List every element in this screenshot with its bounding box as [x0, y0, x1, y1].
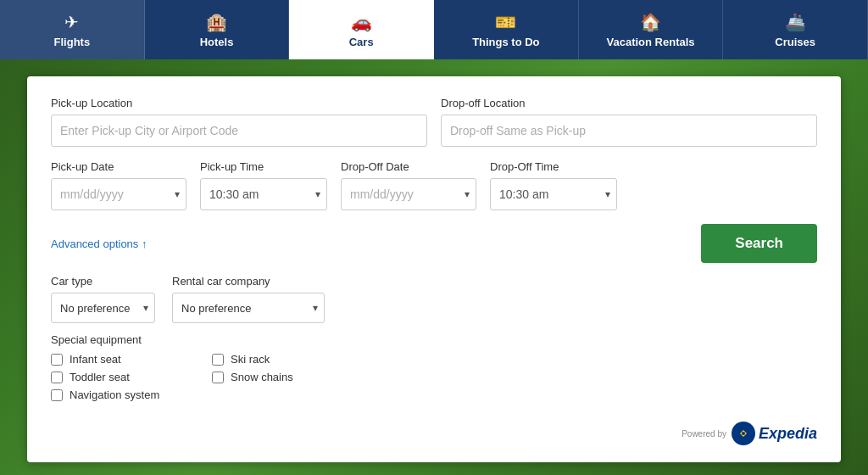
pickup-time-label: Pick-up Time — [200, 160, 327, 173]
flights-icon: ✈ — [64, 12, 79, 32]
expedia-circle-icon — [732, 422, 755, 445]
nav-flights[interactable]: ✈ Flights — [0, 0, 145, 59]
nav-cruises[interactable]: 🚢 Cruises — [723, 0, 868, 59]
dropoff-location-input[interactable] — [441, 115, 817, 147]
dropoff-location-label: Drop-off Location — [441, 97, 817, 109]
special-equipment-section: Special equipment Infant seat Ski rack T… — [51, 333, 817, 401]
pickup-date-group: Pick-up Date — [51, 160, 186, 210]
snow-chains-label: Snow chains — [231, 371, 293, 383]
rental-company-group: Rental car company No preference Hertz A… — [172, 275, 325, 323]
special-equipment-label: Special equipment — [51, 333, 817, 346]
nav-cruises-label: Cruises — [775, 36, 815, 48]
dropoff-time-group: Drop-Off Time 10:30 am 11:00 am 11:30 am… — [490, 160, 617, 210]
expedia-svg-icon — [736, 426, 751, 441]
pickup-location-input[interactable] — [51, 115, 427, 147]
things-icon: 🎫 — [495, 12, 516, 32]
nav-cars[interactable]: 🚗 Cars — [289, 0, 434, 59]
dropoff-location-group: Drop-off Location — [441, 97, 817, 147]
pickup-location-label: Pick-up Location — [51, 97, 427, 109]
hotels-icon: 🏨 — [206, 12, 227, 32]
ski-rack-label: Ski rack — [231, 353, 270, 366]
dropoff-date-input[interactable] — [341, 178, 476, 210]
car-type-select[interactable]: No preference Economy Compact SUV Miniva… — [51, 293, 155, 323]
rental-company-label: Rental car company — [172, 275, 325, 288]
nav-hotels-label: Hotels — [200, 36, 234, 48]
cruises-icon: 🚢 — [785, 12, 806, 32]
checkboxes-grid: Infant seat Ski rack Toddler seat Snow c… — [51, 353, 817, 401]
pickup-time-group: Pick-up Time 10:30 am 11:00 am 11:30 am … — [200, 160, 327, 210]
infant-seat-label: Infant seat — [70, 353, 121, 366]
car-type-group: Car type No preference Economy Compact S… — [51, 275, 155, 323]
toddler-seat-label: Toddler seat — [70, 371, 130, 383]
advanced-search-row: Advanced options ↑ Search — [51, 224, 817, 263]
dropoff-date-wrapper — [341, 178, 476, 210]
rental-company-wrapper: No preference Hertz Avis Enterprise Budg… — [172, 293, 325, 323]
infant-seat-item[interactable]: Infant seat — [51, 353, 186, 366]
pickup-time-select[interactable]: 10:30 am 11:00 am 11:30 am 12:00 pm — [200, 178, 327, 210]
svg-point-1 — [742, 432, 745, 435]
expedia-logo: Expedia — [732, 422, 817, 445]
advanced-section: Car type No preference Economy Compact S… — [51, 275, 817, 445]
dropoff-date-label: Drop-Off Date — [341, 160, 476, 173]
nav-things-to-do[interactable]: 🎫 Things to Do — [434, 0, 579, 59]
dropoff-time-select[interactable]: 10:30 am 11:00 am 11:30 am 12:00 pm — [490, 178, 617, 210]
filters-row: Car type No preference Economy Compact S… — [51, 275, 817, 323]
toddler-seat-checkbox[interactable] — [51, 372, 63, 383]
nav-flights-label: Flights — [54, 36, 91, 48]
rental-company-select[interactable]: No preference Hertz Avis Enterprise Budg… — [172, 293, 325, 323]
car-type-wrapper: No preference Economy Compact SUV Miniva… — [51, 293, 155, 323]
dropoff-time-wrapper: 10:30 am 11:00 am 11:30 am 12:00 pm — [490, 178, 617, 210]
pickup-date-wrapper — [51, 178, 186, 210]
nav-bar: ✈ Flights 🏨 Hotels 🚗 Cars 🎫 Things to Do… — [0, 0, 868, 59]
expedia-footer: Powered by Expedia — [51, 422, 817, 445]
nav-things-label: Things to Do — [472, 36, 539, 48]
search-button[interactable]: Search — [701, 224, 817, 263]
ski-rack-item[interactable]: Ski rack — [212, 353, 348, 366]
pickup-date-input[interactable] — [51, 178, 186, 210]
nav-vacation-rentals[interactable]: 🏠 Vacation Rentals — [579, 0, 724, 59]
nav-vacation-label: Vacation Rentals — [607, 36, 695, 48]
dropoff-date-group: Drop-Off Date — [341, 160, 476, 210]
navigation-checkbox[interactable] — [51, 389, 63, 401]
navigation-label: Navigation system — [70, 388, 159, 401]
location-row: Pick-up Location Drop-off Location — [51, 97, 817, 147]
infant-seat-checkbox[interactable] — [51, 354, 63, 366]
vacation-icon: 🏠 — [640, 12, 661, 32]
cars-icon: 🚗 — [351, 12, 372, 32]
search-card: Pick-up Location Drop-off Location Pick-… — [27, 76, 841, 462]
snow-chains-checkbox[interactable] — [212, 372, 224, 383]
car-type-label: Car type — [51, 275, 155, 288]
ski-rack-checkbox[interactable] — [212, 354, 224, 366]
pickup-date-label: Pick-up Date — [51, 160, 186, 173]
nav-hotels[interactable]: 🏨 Hotels — [145, 0, 290, 59]
toddler-seat-item[interactable]: Toddler seat — [51, 371, 186, 383]
pickup-time-wrapper: 10:30 am 11:00 am 11:30 am 12:00 pm — [200, 178, 327, 210]
navigation-item[interactable]: Navigation system — [51, 388, 186, 401]
powered-by-text: Powered by — [682, 429, 726, 439]
advanced-options-link[interactable]: Advanced options ↑ — [51, 238, 147, 250]
snow-chains-item[interactable]: Snow chains — [212, 371, 348, 383]
expedia-brand-name: Expedia — [759, 425, 817, 443]
nav-cars-label: Cars — [349, 36, 374, 48]
pickup-location-group: Pick-up Location — [51, 97, 427, 147]
dropoff-time-label: Drop-Off Time — [490, 160, 617, 173]
datetime-row: Pick-up Date Pick-up Time 10:30 am 11:00… — [51, 160, 817, 210]
